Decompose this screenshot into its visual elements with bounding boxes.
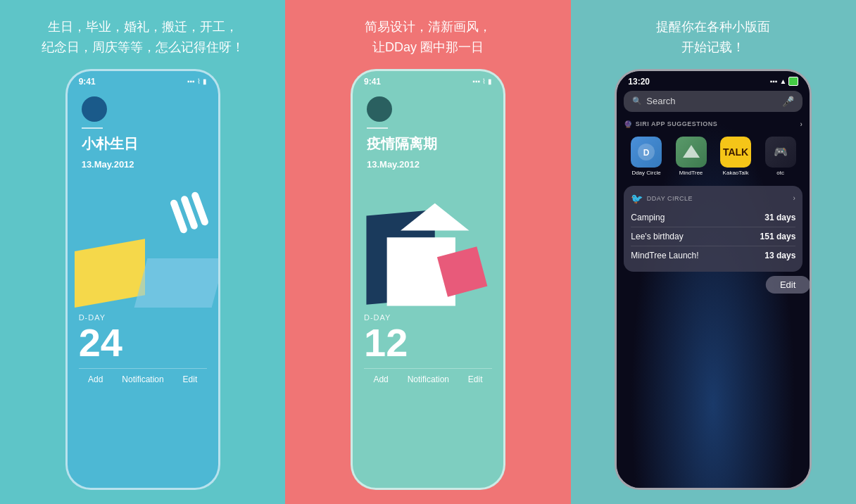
panel-1-title: 生日，毕业，婚礼，搬迁，开工， 纪念日，周庆等等，怎么记得住呀！	[42, 17, 244, 58]
phone-2-date: 13.May.2012	[367, 159, 489, 170]
battery-icon: ▮	[203, 77, 207, 85]
app-item-kakao[interactable]: TALK KakaoTalk	[720, 137, 751, 176]
phone-3-icons: ▪▪▪ ▲ ▮	[770, 77, 799, 86]
signal-icon-2: ▪▪▪	[472, 77, 480, 85]
light-blue-shape	[134, 258, 218, 308]
battery-icon-2: ▮	[488, 77, 492, 85]
phone-2-icons: ▪▪▪ ⌇ ▮	[472, 77, 492, 85]
battery-icon-3: ▮	[788, 77, 798, 86]
white-stripes	[169, 191, 209, 234]
widget-event-1: Camping	[631, 213, 665, 222]
phone-1-top: 9:41 ▪▪▪ ⌇ ▮	[68, 71, 218, 89]
phone-1-illustration	[68, 181, 218, 308]
svg-text:D: D	[643, 148, 650, 158]
phone-1-footer: D-DAY 24 Add Notification Edit	[68, 308, 218, 398]
dday-widget: 🐦 DDAY CIRCLE › Camping 31 days Lee's bi…	[624, 186, 802, 272]
app-icon-otc: 🎮	[765, 137, 796, 168]
ios-search-bar[interactable]: 🔍 Search 🎤	[624, 91, 802, 112]
yellow-shape	[75, 239, 145, 308]
app-item-mindtree[interactable]: MindTree	[676, 137, 707, 176]
svg-marker-2	[683, 145, 700, 158]
phone-1-content: 小朴生日 13.May.2012	[68, 89, 218, 181]
search-placeholder: Search	[646, 96, 778, 106]
wifi-icon: ⌇	[197, 77, 201, 85]
mic-icon: 🎤	[782, 96, 794, 107]
search-icon: 🔍	[632, 96, 642, 106]
phone-1-time: 9:41	[79, 77, 96, 87]
app-icon-dday: D	[631, 137, 662, 168]
phone-2-event: 疫情隔离期	[367, 134, 489, 153]
phone-2-illustration	[353, 181, 503, 308]
house-svg	[353, 181, 503, 308]
phone-1-actions: Add Notification Edit	[79, 368, 207, 390]
phone-2-action-edit[interactable]: Edit	[468, 374, 483, 384]
widget-row-2: Lee's birthday 151 days	[631, 227, 795, 246]
phone-1-icons: ▪▪▪ ⌇ ▮	[187, 77, 207, 85]
chevron-right-icon: ›	[800, 120, 802, 128]
widget-days-2: 151 days	[760, 232, 796, 241]
siri-section-header: 🔮 SIRI APP SUGGESTIONS ›	[617, 118, 810, 131]
wifi-icon-3: ▲	[779, 77, 786, 85]
phone-2-avatar	[367, 96, 392, 122]
signal-icon: ▪▪▪	[187, 77, 195, 85]
phone-1-event: 小朴生日	[82, 134, 204, 153]
siri-icon: 🔮	[624, 120, 633, 128]
signal-icon-3: ▪▪▪	[770, 77, 778, 85]
wifi-icon-2: ⌇	[482, 77, 486, 85]
phone-1-date: 13.May.2012	[82, 159, 204, 170]
widget-row-3: MindTree Launch! 13 days	[631, 246, 795, 265]
phone-1: 9:41 ▪▪▪ ⌇ ▮ 小朴生日 13.May.2012 D-DAY 24	[65, 69, 220, 490]
widget-logo-icon: 🐦	[631, 193, 643, 204]
ios-edit-button[interactable]: Edit	[766, 276, 810, 294]
panel-2: 简易设计，清新画风， 让DDay 圈中那一日 9:41 ▪▪▪ ⌇ ▮ 疫情隔离…	[285, 0, 570, 504]
phone-1-action-notification[interactable]: Notification	[122, 374, 163, 384]
phone-1-action-edit[interactable]: Edit	[183, 374, 198, 384]
widget-event-2: Lee's birthday	[631, 232, 683, 241]
siri-label: 🔮 SIRI APP SUGGESTIONS	[624, 120, 717, 128]
phone-3-time: 13:20	[628, 77, 650, 87]
widget-days-3: 13 days	[764, 251, 795, 260]
app-label-otc: otc	[776, 170, 784, 176]
phone-2-footer: D-DAY 12 Add Notification Edit	[353, 308, 503, 398]
panel-1: 生日，毕业，婚礼，搬迁，开工， 纪念日，周庆等等，怎么记得住呀！ 9:41 ▪▪…	[0, 0, 285, 504]
phone-1-dday-number: 24	[79, 323, 207, 363]
widget-title: DDAY CIRCLE	[647, 195, 693, 202]
phone-2-action-notification[interactable]: Notification	[408, 374, 449, 384]
phone-2-dday-number: 12	[364, 323, 492, 363]
panel-3-title: 提醒你在各种小版面 开始记载！	[656, 17, 770, 58]
phone-2-actions: Add Notification Edit	[364, 368, 492, 390]
phone-1-action-add[interactable]: Add	[88, 374, 103, 384]
app-label-mindtree: MindTree	[679, 170, 703, 176]
app-label-kakao: KakaoTalk	[723, 170, 749, 176]
app-item-dday[interactable]: D Dday Circle	[631, 137, 662, 176]
phone-2: 9:41 ▪▪▪ ⌇ ▮ 疫情隔离期 13.May.2012	[351, 69, 505, 490]
ios-apps-row: D Dday Circle MindTree TALK KakaoTalk	[617, 131, 810, 182]
widget-chevron-icon: ›	[793, 194, 795, 202]
phone-2-content: 疫情隔离期 13.May.2012	[353, 89, 503, 181]
app-icon-mindtree	[676, 137, 707, 168]
phone-3: 13:20 ▪▪▪ ▲ ▮ 🔍 Search 🎤 🔮 SIRI APP SUGG…	[615, 69, 812, 490]
panel-3: 提醒你在各种小版面 开始记载！ 13:20 ▪▪▪ ▲ ▮ 🔍 Search 🎤…	[571, 0, 856, 504]
app-label-dday: Dday Circle	[631, 170, 660, 176]
panel-2-title: 简易设计，清新画风， 让DDay 圈中那一日	[365, 17, 491, 58]
widget-header: 🐦 DDAY CIRCLE ›	[631, 193, 795, 204]
phone-1-divider	[82, 127, 103, 129]
widget-event-3: MindTree Launch!	[631, 251, 698, 260]
widget-row-1: Camping 31 days	[631, 208, 795, 227]
app-item-otc[interactable]: 🎮 otc	[765, 137, 796, 176]
ios-top-bar: 13:20 ▪▪▪ ▲ ▮	[617, 71, 810, 91]
phone-2-top: 9:41 ▪▪▪ ⌇ ▮	[353, 71, 503, 89]
phone-2-action-add[interactable]: Add	[373, 374, 388, 384]
phone-2-time: 9:41	[364, 77, 381, 87]
phone-1-avatar	[82, 96, 107, 122]
phone-2-divider	[367, 127, 388, 129]
app-icon-kakao: TALK	[720, 137, 751, 168]
widget-days-1: 31 days	[764, 213, 795, 222]
